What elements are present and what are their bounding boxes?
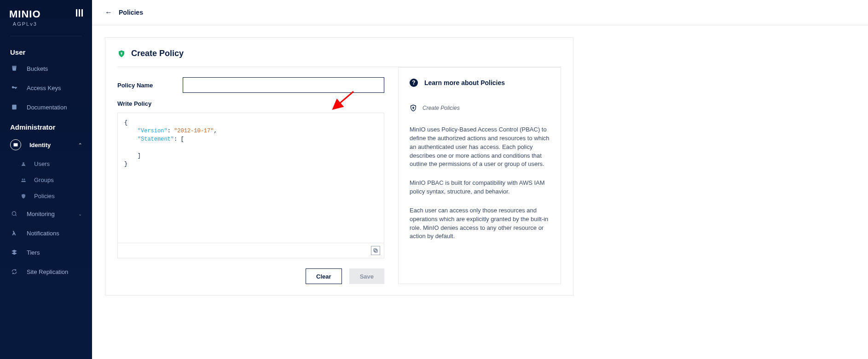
brand: MINIO AGPLv3 [0, 0, 92, 30]
create-policy-card: Create Policy Policy Name Write Policy {… [105, 37, 573, 296]
policy-name-input[interactable] [183, 77, 384, 93]
svg-point-10 [413, 107, 414, 108]
sidebar-item-label: Buckets [27, 65, 48, 72]
identity-icon [10, 139, 21, 150]
svg-rect-8 [375, 250, 377, 252]
key-icon [10, 84, 18, 92]
divider [10, 36, 82, 36]
shield-icon [117, 50, 126, 58]
topbar: ← Policies [92, 0, 868, 25]
card-header: Create Policy [117, 49, 561, 67]
info-paragraph-2: MinIO PBAC is built for compatibility wi… [410, 179, 550, 196]
card-title: Create Policy [131, 49, 184, 58]
sidebar-item-tiers[interactable]: Tiers [0, 243, 92, 262]
user-icon [20, 161, 27, 167]
replication-icon [10, 268, 18, 276]
sidebar-item-label: Tiers [27, 249, 40, 256]
form-actions: Clear Save [117, 268, 384, 284]
sidebar-sub-users[interactable]: Users [0, 156, 92, 172]
sidebar-item-label: Identity [29, 142, 51, 148]
section-admin-title: Administrator [0, 117, 92, 134]
section-user-title: User [0, 42, 92, 59]
svg-point-2 [23, 162, 24, 164]
svg-rect-7 [121, 53, 122, 55]
sidebar-item-label: Groups [34, 177, 54, 183]
info-paragraph-1: MinIO uses Policy-Based Access Control (… [410, 125, 550, 169]
bucket-icon [10, 64, 18, 73]
help-icon: ? [410, 79, 418, 87]
sidebar: MINIO AGPLv3 User Buckets Access Keys Do… [0, 0, 92, 359]
sidebar-item-identity[interactable]: Identity ⌃ [0, 134, 92, 156]
lambda-icon [10, 229, 18, 237]
sidebar-sub-policies[interactable]: Policies [0, 188, 92, 204]
svg-rect-9 [374, 249, 376, 251]
svg-rect-1 [14, 143, 18, 147]
menu-toggle-icon[interactable] [76, 9, 83, 17]
sidebar-item-label: Monitoring [27, 211, 55, 217]
sidebar-sub-groups[interactable]: Groups [0, 172, 92, 188]
monitor-icon [10, 210, 18, 218]
sidebar-item-documentation[interactable]: Documentation [0, 97, 92, 117]
svg-point-3 [22, 178, 23, 180]
sidebar-item-buckets[interactable]: Buckets [0, 59, 92, 78]
sidebar-item-label: Users [34, 160, 50, 167]
sidebar-item-monitoring[interactable]: Monitoring ⌄ [0, 204, 92, 223]
policy-editor-text[interactable]: { "Version": "2012-10-17", "Statement": … [118, 113, 384, 243]
groups-icon [20, 177, 27, 183]
info-title: Learn more about Policies [424, 79, 505, 86]
create-policies-link[interactable]: Create Policies [422, 105, 460, 111]
save-button[interactable]: Save [349, 268, 384, 284]
info-paragraph-3: Each user can access only those resource… [410, 206, 550, 241]
sidebar-item-label: Access Keys [27, 85, 61, 91]
main: ← Policies Create Policy Policy Name Wri… [92, 0, 868, 359]
sidebar-item-site-replication[interactable]: Site Replication [0, 262, 92, 281]
write-policy-label: Write Policy [117, 100, 384, 107]
sidebar-item-label: Notifications [27, 230, 59, 237]
chevron-down-icon: ⌄ [78, 211, 82, 217]
form-column: Policy Name Write Policy { "Version": "2… [117, 67, 384, 284]
svg-point-5 [12, 211, 16, 215]
content: Create Policy Policy Name Write Policy {… [92, 25, 868, 308]
sidebar-item-label: Site Replication [27, 268, 68, 275]
info-panel: ? Learn more about Policies Create Polic… [398, 67, 561, 284]
shield-sm-icon [20, 193, 27, 199]
sidebar-item-access-keys[interactable]: Access Keys [0, 78, 92, 97]
sidebar-item-notifications[interactable]: Notifications [0, 223, 92, 243]
brand-logo: MINIO [9, 8, 41, 20]
svg-point-4 [24, 178, 25, 180]
policy-name-label: Policy Name [117, 82, 183, 89]
brand-sub: AGPLv3 [13, 21, 37, 27]
sidebar-item-label: Policies [34, 193, 55, 199]
copy-button[interactable] [371, 246, 380, 255]
tiers-icon [10, 248, 18, 256]
svg-rect-0 [12, 105, 16, 110]
clear-button[interactable]: Clear [306, 268, 342, 284]
policy-editor: { "Version": "2012-10-17", "Statement": … [117, 113, 384, 258]
editor-toolbar [118, 243, 384, 258]
page-title[interactable]: Policies [119, 9, 143, 16]
sidebar-item-label: Documentation [27, 104, 67, 111]
back-arrow-icon[interactable]: ← [105, 8, 112, 17]
chevron-up-icon: ⌃ [78, 142, 82, 148]
shield-outline-icon [410, 104, 417, 112]
doc-icon [10, 103, 18, 111]
